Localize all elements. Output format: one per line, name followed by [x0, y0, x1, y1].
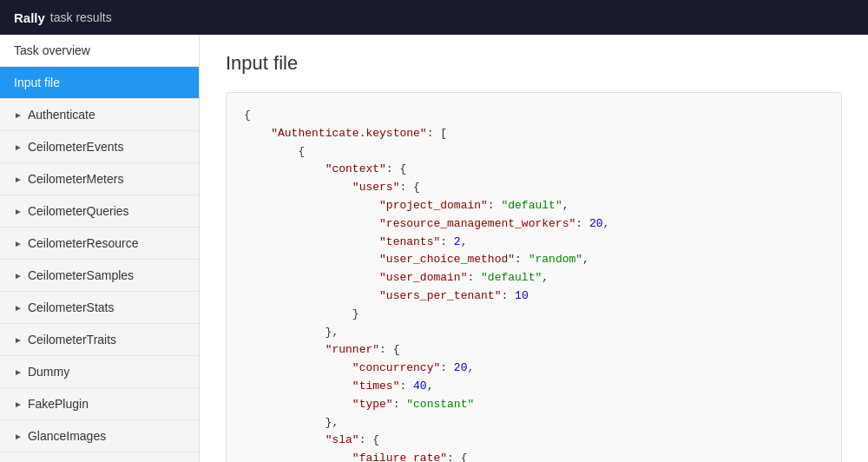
- arrow-icon: ►: [14, 207, 23, 216]
- sidebar-item-dummy[interactable]: ► Dummy: [0, 356, 199, 388]
- arrow-icon: ►: [14, 239, 23, 248]
- sidebar-item-label: CeilometerQueries: [28, 204, 129, 218]
- arrow-icon: ►: [14, 110, 23, 120]
- sidebar-item-label: GlanceImages: [28, 429, 106, 443]
- sidebar-item-label: CeilometerSamples: [28, 268, 134, 282]
- arrow-icon: ►: [14, 303, 23, 313]
- arrow-icon: ►: [14, 399, 23, 409]
- sidebar-item-label: CeilometerTraits: [28, 333, 116, 346]
- sidebar-item-authenticate[interactable]: ► Authenticate: [0, 99, 199, 131]
- sidebar-item-ceilometer-resource[interactable]: ► CeilometerResource: [0, 228, 199, 260]
- main-layout: Task overview Input file ► Authenticate …: [0, 35, 868, 462]
- sidebar-item-label: CeilometerEvents: [28, 140, 124, 154]
- arrow-icon: ►: [14, 335, 23, 345]
- sidebar-item-label: Dummy: [28, 365, 69, 379]
- arrow-icon: ►: [14, 175, 23, 184]
- content-area: Input file { "Authenticate.keystone": [ …: [200, 35, 868, 462]
- sidebar-item-ceilometer-stats[interactable]: ► CeilometerStats: [0, 292, 199, 324]
- sidebar-item-input-file[interactable]: Input file: [0, 67, 199, 99]
- sidebar-item-label: CeilometerStats: [28, 300, 115, 314]
- sidebar-item-http-requests[interactable]: ► HttpRequests: [0, 452, 199, 462]
- arrow-icon: ►: [14, 142, 23, 152]
- sidebar-item-label: FakePlugin: [28, 397, 89, 411]
- json-display: { "Authenticate.keystone": [ { "context"…: [226, 92, 842, 462]
- sidebar: Task overview Input file ► Authenticate …: [0, 35, 200, 462]
- page-title: task results: [50, 10, 112, 24]
- task-overview-label: Task overview: [14, 43, 90, 57]
- sidebar-item-ceilometer-events[interactable]: ► CeilometerEvents: [0, 131, 199, 163]
- sidebar-item-ceilometer-traits[interactable]: ► CeilometerTraits: [0, 324, 199, 356]
- arrow-icon: ►: [14, 367, 23, 377]
- sidebar-item-ceilometer-queries[interactable]: ► CeilometerQueries: [0, 195, 199, 228]
- top-header: Rally task results: [0, 0, 868, 35]
- arrow-icon: ►: [14, 432, 23, 441]
- sidebar-item-label: Authenticate: [28, 108, 95, 122]
- content-title: Input file: [226, 52, 842, 75]
- sidebar-item-ceilometer-samples[interactable]: ► CeilometerSamples: [0, 260, 199, 292]
- sidebar-item-glance-images[interactable]: ► GlanceImages: [0, 420, 199, 452]
- input-file-label: Input file: [14, 76, 60, 89]
- app-name: Rally: [14, 10, 45, 25]
- sidebar-item-label: CeilometerMeters: [28, 172, 123, 186]
- sidebar-item-label: CeilometerResource: [28, 236, 139, 250]
- sidebar-item-task-overview[interactable]: Task overview: [0, 35, 199, 67]
- sidebar-item-fakeplugin[interactable]: ► FakePlugin: [0, 388, 199, 420]
- arrow-icon: ►: [14, 271, 23, 280]
- sidebar-item-ceilometer-meters[interactable]: ► CeilometerMeters: [0, 163, 199, 195]
